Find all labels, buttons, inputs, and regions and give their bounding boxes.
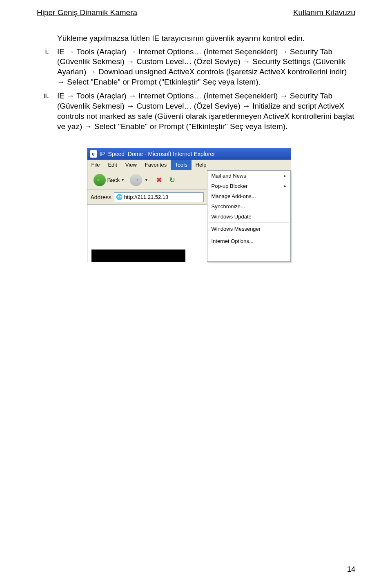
ie-logo-icon: e <box>90 150 97 158</box>
ie-left-pane: ← Back ▾ → ▾ ✖ ↻ Address 🌐 <box>87 170 207 262</box>
dd-internet-options[interactable]: Internet Options... <box>207 236 290 246</box>
page-number: 14 <box>347 565 355 574</box>
forward-arrow-icon: → <box>132 176 140 184</box>
globe-icon: 🌐 <box>116 194 122 200</box>
list-marker: i. <box>22 47 57 87</box>
list-marker: ii. <box>22 91 57 131</box>
dd-popup-blocker[interactable]: Pop-up Blocker ▸ <box>207 181 290 191</box>
header-left: Hiper Geniş Dinamik Kamera <box>37 8 137 17</box>
dd-windows-update[interactable]: Windows Update <box>207 212 290 222</box>
ie-screenshot: e IP_Speed_Dome - Microsoft Internet Exp… <box>87 148 291 262</box>
dd-label: Mail and News <box>212 173 246 179</box>
page-header: Hiper Geniş Dinamik Kamera Kullanım Kıla… <box>0 0 392 17</box>
tools-dropdown: Mail and News ▸ Pop-up Blocker ▸ Manage … <box>207 170 291 262</box>
dd-label: Windows Update <box>212 214 252 220</box>
menu-view[interactable]: View <box>121 160 141 170</box>
address-url: http://211.21.52.13 <box>124 194 168 200</box>
dd-mail-and-news[interactable]: Mail and News ▸ <box>207 171 290 181</box>
dd-label: Manage Add-ons... <box>212 193 256 199</box>
content-area: Yükleme yapılmazsa lütfen IE tarayıcısın… <box>0 17 392 262</box>
list-item-ii: ii. IE → Tools (Araçlar) → Internet Opti… <box>22 91 355 131</box>
viewport-content-block <box>91 250 185 262</box>
list-text: IE → Tools (Araçlar) → Internet Options…… <box>57 91 355 131</box>
stop-button[interactable]: ✖ <box>154 175 164 185</box>
list-text: IE → Tools (Araçlar) → Internet Options…… <box>57 47 355 87</box>
ie-address-bar: Address 🌐 http://211.21.52.13 <box>87 190 207 205</box>
ie-window-title: IP_Speed_Dome - Microsoft Internet Explo… <box>100 151 215 157</box>
header-right: Kullanım Kılavuzu <box>293 8 355 17</box>
dropdown-separator <box>209 235 289 235</box>
toolbar-divider <box>151 174 151 187</box>
ie-body: ← Back ▾ → ▾ ✖ ↻ Address 🌐 <box>87 170 291 262</box>
dd-label: Pop-up Blocker <box>212 183 248 189</box>
refresh-button[interactable]: ↻ <box>167 175 177 185</box>
address-label: Address <box>91 194 111 201</box>
ie-viewport <box>87 205 207 262</box>
ie-toolbar: ← Back ▾ → ▾ ✖ ↻ <box>87 170 207 190</box>
submenu-arrow-icon: ▸ <box>284 173 286 178</box>
dd-synchronize[interactable]: Synchronize... <box>207 201 290 212</box>
ie-menubar: File Edit View Favorites Tools Help <box>87 160 291 170</box>
dd-label: Windows Messenger <box>212 226 261 232</box>
list-item-i: i. IE → Tools (Araçlar) → Internet Optio… <box>22 47 355 87</box>
menu-file[interactable]: File <box>87 160 104 170</box>
chevron-down-icon: ▾ <box>122 178 124 182</box>
submenu-arrow-icon: ▸ <box>284 183 286 189</box>
address-input[interactable]: 🌐 http://211.21.52.13 <box>114 192 204 202</box>
menu-tools[interactable]: Tools <box>171 160 191 170</box>
forward-button[interactable]: → <box>130 174 142 186</box>
dd-manage-addons[interactable]: Manage Add-ons... <box>207 191 290 201</box>
dd-windows-messenger[interactable]: Windows Messenger <box>207 224 290 234</box>
dropdown-separator <box>209 223 289 223</box>
back-arrow-icon: ← <box>94 174 106 186</box>
back-button[interactable]: ← Back ▾ <box>91 173 127 187</box>
chevron-down-icon: ▾ <box>145 178 147 182</box>
back-label: Back <box>107 177 120 183</box>
menu-help[interactable]: Help <box>192 160 211 170</box>
ie-titlebar: e IP_Speed_Dome - Microsoft Internet Exp… <box>87 148 291 160</box>
dd-label: Synchronize... <box>212 203 245 209</box>
dd-label: Internet Options... <box>212 238 254 244</box>
intro-text: Yükleme yapılmazsa lütfen IE tarayıcısın… <box>57 33 355 44</box>
menu-favorites[interactable]: Favorites <box>141 160 171 170</box>
menu-edit[interactable]: Edit <box>104 160 121 170</box>
